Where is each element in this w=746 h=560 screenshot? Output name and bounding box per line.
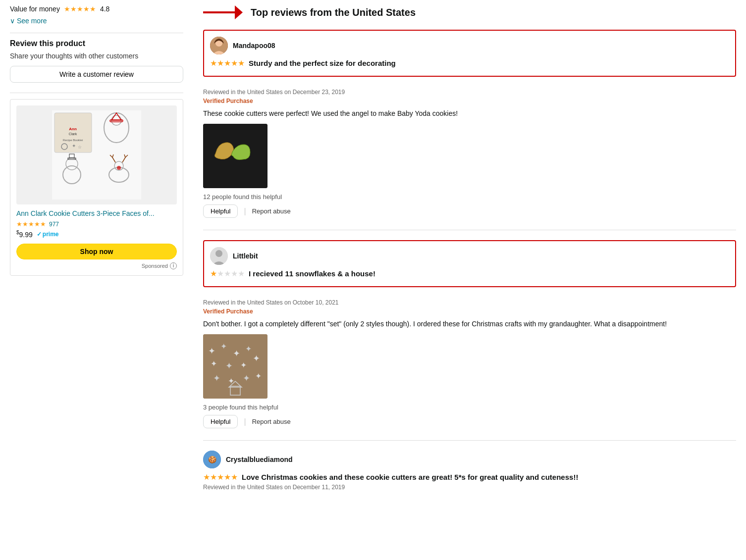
review-product-heading: Review this product [10,39,183,48]
value-money-label: Value for money [10,5,60,13]
helpful-row-2: 3 people found this helpful [203,404,736,411]
product-title[interactable]: Ann Clark Cookie Cutters 3-Piece Faces o… [16,209,177,217]
product-stars: ★★★★★ [16,220,46,228]
reviewer-name-3[interactable]: Crystalbluediamond [226,456,293,463]
svg-text:Recipe Booklet: Recipe Booklet [63,139,83,142]
helpful-actions-1: Helpful | Report abuse [203,204,736,218]
review-product-subtext: Share your thoughts with other customers [10,52,183,60]
pipe-1: | [244,207,246,216]
verified-badge-2: Verified Purchase [203,308,736,315]
shop-now-button[interactable]: Shop now [16,244,177,259]
divider-2 [10,93,183,93]
prime-check-icon: ✓ [37,231,42,238]
avatar-1 [210,37,228,54]
write-review-button[interactable]: Write a customer review [10,66,183,83]
arrow-right-icon [203,5,243,20]
review-body-card-2: Reviewed in the United States on October… [203,299,736,428]
report-abuse-2[interactable]: Report abuse [252,418,291,425]
value-stars: ★★★★★ [64,5,96,13]
top-reviews-title: Top reviews from the United States [251,7,416,18]
svg-text:✦: ✦ [211,359,217,368]
section-header: Top reviews from the United States [203,5,736,20]
svg-point-17 [117,166,121,170]
avatar-3: 🍪 [203,451,221,468]
helpful-row-1: 12 people found this helpful [203,193,736,201]
product-rating-count[interactable]: 977 [49,221,59,228]
product-image: Ann Clark Recipe Booklet ✦ ☆ [16,105,177,204]
svg-text:✦: ✦ [233,349,240,358]
sponsored-label-row: Sponsored i [16,262,177,269]
svg-text:✦: ✦ [72,143,76,149]
svg-text:✦: ✦ [239,150,245,157]
review-stars-row-2: ★★★★★ I recieved 11 snowflakes & a house… [210,269,729,278]
review-title-2: I recieved 11 snowflakes & a house! [249,269,375,278]
svg-text:✦: ✦ [253,354,260,363]
review-stars-3: ★★★★★ [203,472,238,482]
review-stars-2: ★★★★★ [210,269,245,278]
svg-text:☆: ☆ [78,145,82,150]
prime-badge: ✓ prime [37,231,59,238]
reviewer-name-1[interactable]: Mandapoo08 [233,42,275,50]
svg-text:Clark: Clark [69,132,77,136]
helpful-count-1: 12 people found this helpful [203,193,282,201]
left-sidebar: Value for money ★★★★★ 4.8 ∨ See more Rev… [10,5,198,503]
svg-text:✦: ✦ [213,373,220,383]
helpful-count-2: 3 people found this helpful [203,404,278,411]
product-rating-row: ★★★★★ 977 [16,220,177,228]
review-body-2: Don't bother. I got a completely differe… [203,319,736,329]
review-this-product-section: Review this product Share your thoughts … [10,39,183,83]
product-price: $9.99 [16,230,33,239]
svg-text:✦: ✦ [240,361,247,369]
prime-label: prime [43,231,59,238]
value-for-money-row: Value for money ★★★★★ 4.8 [10,5,183,13]
svg-text:Ann: Ann [69,127,77,131]
review-title-1: Sturdy and the perfect size for decorati… [249,59,396,67]
review-meta-1: Reviewed in the United States on Decembe… [203,89,736,96]
svg-text:🍪: 🍪 [208,456,217,464]
value-rating: 4.8 [100,5,109,13]
price-frac: .99 [23,231,32,239]
review-body-1: These cookie cutters were perfect! We us… [203,108,736,119]
reviewer-name-2[interactable]: Littlebit [233,252,258,260]
svg-point-24 [215,250,222,257]
divider-1 [10,33,183,33]
review-stars-1: ★★★★★ [210,58,245,68]
review-card-3: 🍪 Crystalbluediamond ★★★★★ Love Christma… [203,451,736,491]
sponsored-product-card: Ann Clark Recipe Booklet ✦ ☆ [10,99,183,276]
review-meta-3: Reviewed in the United States on Decembe… [203,484,736,491]
review-card-1: Mandapoo08 ★★★★★ Sturdy and the perfect … [203,30,736,77]
svg-text:✦: ✦ [220,342,227,351]
review-separator-2 [203,440,736,441]
svg-text:✦: ✦ [225,361,233,371]
review-image-1[interactable]: ★ ✦ [203,124,267,188]
product-price-row: $9.99 ✓ prime [16,230,177,239]
review-card-2: Littlebit ★★★★★ I recieved 11 snowflakes… [203,240,736,287]
review-body-card-1: Reviewed in the United States on Decembe… [203,89,736,218]
sponsored-text: Sponsored [142,263,168,269]
reviewer-row-3: 🍪 Crystalbluediamond [203,451,736,468]
svg-text:✦: ✦ [243,373,250,383]
report-abuse-1[interactable]: Report abuse [252,207,291,215]
verified-badge-1: Verified Purchase [203,98,736,104]
pipe-2: | [244,417,246,426]
helpful-button-1[interactable]: Helpful [203,204,238,218]
review-image-2[interactable]: ✦ ✦ ✦ ✦ ✦ ✦ ✦ ✦ ✦ ✦ ✦ ✦ [203,334,267,399]
svg-text:✦: ✦ [245,345,252,353]
review-title-3: Love Christmas cookies and these cookie … [242,473,578,481]
review-separator-1 [203,230,736,230]
helpful-actions-2: Helpful | Report abuse [203,415,736,428]
svg-text:✦: ✦ [255,372,262,380]
svg-text:★: ★ [220,149,227,157]
reviewer-row-2: Littlebit [210,247,729,265]
review-meta-2: Reviewed in the United States on October… [203,299,736,306]
svg-text:✦: ✦ [208,346,215,356]
review-stars-row-3: ★★★★★ Love Christmas cookies and these c… [203,472,736,482]
reviewer-row-1: Mandapoo08 [210,37,729,54]
avatar-2 [210,247,228,265]
helpful-button-2[interactable]: Helpful [203,415,238,428]
review-stars-row-1: ★★★★★ Sturdy and the perfect size for de… [210,58,729,68]
see-more-link[interactable]: ∨ See more [10,17,183,25]
svg-text:✦: ✦ [228,377,234,385]
sponsored-info-icon[interactable]: i [170,262,177,269]
right-panel: Top reviews from the United States Manda… [198,5,736,503]
